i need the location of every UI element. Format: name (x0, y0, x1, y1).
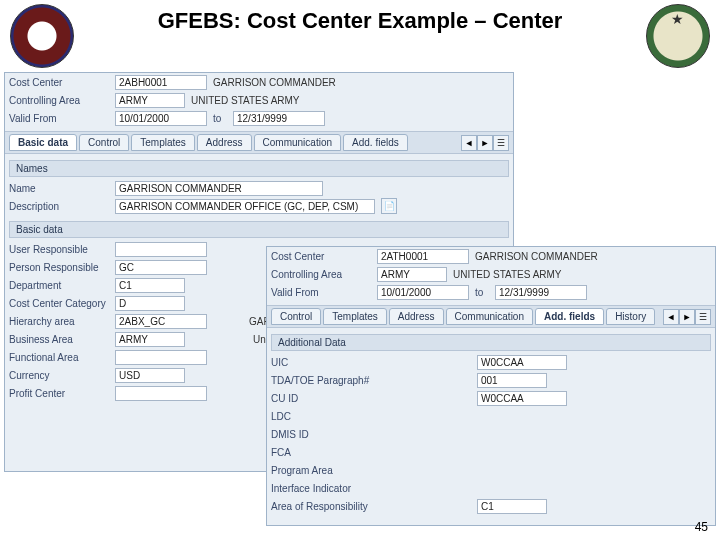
valid-to-input-b[interactable]: 12/31/9999 (495, 285, 587, 300)
name-input[interactable]: GARRISON COMMANDER (115, 181, 323, 196)
cost-center-text-b: GARRISON COMMANDER (475, 251, 598, 262)
controlling-area-label-b: Controlling Area (271, 269, 377, 280)
functional-area-input[interactable] (115, 350, 207, 365)
slide-number: 45 (695, 520, 708, 534)
valid-from-input-b[interactable]: 10/01/2000 (377, 285, 469, 300)
description-label: Description (9, 201, 115, 212)
valid-to-input[interactable]: 12/31/9999 (233, 111, 325, 126)
tab-list-icon-b[interactable]: ☰ (695, 309, 711, 325)
interface-indicator-label: Interface Indicator (271, 483, 377, 494)
tab-templates-b[interactable]: Templates (323, 308, 387, 325)
tab-address-b[interactable]: Address (389, 308, 444, 325)
cost-center-category-label: Cost Center Category (9, 298, 115, 309)
cost-center-input-b[interactable]: 2ATH0001 (377, 249, 469, 264)
tab-scroll-left-icon-b[interactable]: ◄ (663, 309, 679, 325)
valid-from-label: Valid From (9, 113, 115, 124)
dmis-id-label: DMIS ID (271, 429, 377, 440)
additional-data-group-header: Additional Data (271, 334, 711, 351)
tab-control[interactable]: Control (79, 134, 129, 151)
description-expand-icon[interactable]: 📄 (381, 198, 397, 214)
tab-history-b[interactable]: History (606, 308, 655, 325)
basic-data-group-header: Basic data (9, 221, 509, 238)
currency-input[interactable]: USD (115, 368, 185, 383)
tab-scroll-right-icon-b[interactable]: ► (679, 309, 695, 325)
cost-center-label-b: Cost Center (271, 251, 377, 262)
uic-input[interactable]: W0CCAA (477, 355, 567, 370)
tab-control-b[interactable]: Control (271, 308, 321, 325)
tab-communication-b[interactable]: Communication (446, 308, 533, 325)
ldc-label: LDC (271, 411, 377, 422)
controlling-area-input-b[interactable]: ARMY (377, 267, 447, 282)
tab-add-fields[interactable]: Add. fields (343, 134, 408, 151)
user-responsible-label: User Responsible (9, 244, 115, 255)
tab-address[interactable]: Address (197, 134, 252, 151)
functional-area-label: Functional Area (9, 352, 115, 363)
department-label: Department (9, 280, 115, 291)
area-of-responsibility-label: Area of Responsibility (271, 501, 377, 512)
tab-basic-data[interactable]: Basic data (9, 134, 77, 151)
cost-center-label: Cost Center (9, 77, 115, 88)
hierarchy-area-label: Hierarchy area (9, 316, 115, 327)
tda-paragraph-input[interactable]: 001 (477, 373, 547, 388)
cu-id-label: CU ID (271, 393, 377, 404)
name-label: Name (9, 183, 115, 194)
names-group-header: Names (9, 160, 509, 177)
tab-scroll-right-icon[interactable]: ► (477, 135, 493, 151)
tab-add-fields-b[interactable]: Add. fields (535, 308, 604, 325)
tab-templates[interactable]: Templates (131, 134, 195, 151)
fca-label: FCA (271, 447, 377, 458)
to-label: to (213, 113, 233, 124)
valid-from-label-b: Valid From (271, 287, 377, 298)
army-seal-right-icon (646, 4, 710, 68)
controlling-area-label: Controlling Area (9, 95, 115, 106)
profit-center-input[interactable] (115, 386, 207, 401)
hierarchy-area-input[interactable]: 2ABX_GC (115, 314, 207, 329)
profit-center-label: Profit Center (9, 388, 115, 399)
cost-center-panel-add-fields: Cost Center 2ATH0001 GARRISON COMMANDER … (266, 246, 716, 526)
currency-label: Currency (9, 370, 115, 381)
cost-center-name-text: GARRISON COMMANDER (213, 77, 336, 88)
controlling-area-text-b: UNITED STATES ARMY (453, 269, 562, 280)
controlling-area-text: UNITED STATES ARMY (191, 95, 300, 106)
description-input[interactable]: GARRISON COMMANDER OFFICE (GC, DEP, CSM) (115, 199, 375, 214)
business-area-input[interactable]: ARMY (115, 332, 185, 347)
cu-id-input[interactable]: W0CCAA (477, 391, 567, 406)
uic-label: UIC (271, 357, 377, 368)
valid-from-input[interactable]: 10/01/2000 (115, 111, 207, 126)
user-responsible-input[interactable] (115, 242, 207, 257)
department-input[interactable]: C1 (115, 278, 185, 293)
tab-communication[interactable]: Communication (254, 134, 341, 151)
tab-list-icon[interactable]: ☰ (493, 135, 509, 151)
tda-paragraph-label: TDA/TOE Paragraph# (271, 375, 377, 386)
tabs-bar-b: Control Templates Address Communication … (267, 305, 715, 328)
slide-title: GFEBS: Cost Center Example – Center (90, 8, 630, 33)
cost-center-input[interactable]: 2ABH0001 (115, 75, 207, 90)
to-label-b: to (475, 287, 495, 298)
person-responsible-label: Person Responsible (9, 262, 115, 273)
program-area-label: Program Area (271, 465, 377, 476)
tab-scroll-left-icon[interactable]: ◄ (461, 135, 477, 151)
person-responsible-input[interactable]: GC (115, 260, 207, 275)
army-seal-left-icon (10, 4, 74, 68)
cost-center-category-input[interactable]: D (115, 296, 185, 311)
controlling-area-input[interactable]: ARMY (115, 93, 185, 108)
business-area-label: Business Area (9, 334, 115, 345)
area-of-responsibility-input[interactable]: C1 (477, 499, 547, 514)
tabs-bar-a: Basic data Control Templates Address Com… (5, 131, 513, 154)
